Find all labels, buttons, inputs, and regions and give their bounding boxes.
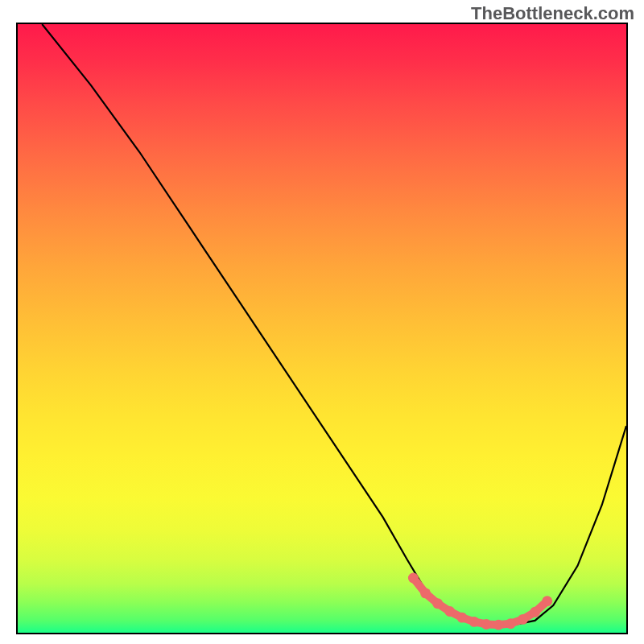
valley-dot	[542, 596, 552, 606]
valley-dot	[432, 598, 443, 609]
valley-dot	[493, 620, 504, 630]
valley-dot	[481, 619, 492, 630]
valley-dot	[469, 617, 480, 627]
valley-dot	[408, 572, 419, 583]
valley-dot	[456, 613, 467, 623]
main-curve	[42, 24, 626, 625]
chart-container: TheBottleneck.com	[0, 0, 644, 644]
valley-dot	[506, 618, 516, 629]
plot-area	[16, 23, 628, 634]
watermark-text: TheBottleneck.com	[471, 3, 634, 24]
valley-dot	[518, 614, 528, 625]
valley-dot	[420, 588, 431, 598]
valley-dot	[444, 606, 455, 617]
valley-dot	[530, 607, 540, 617]
